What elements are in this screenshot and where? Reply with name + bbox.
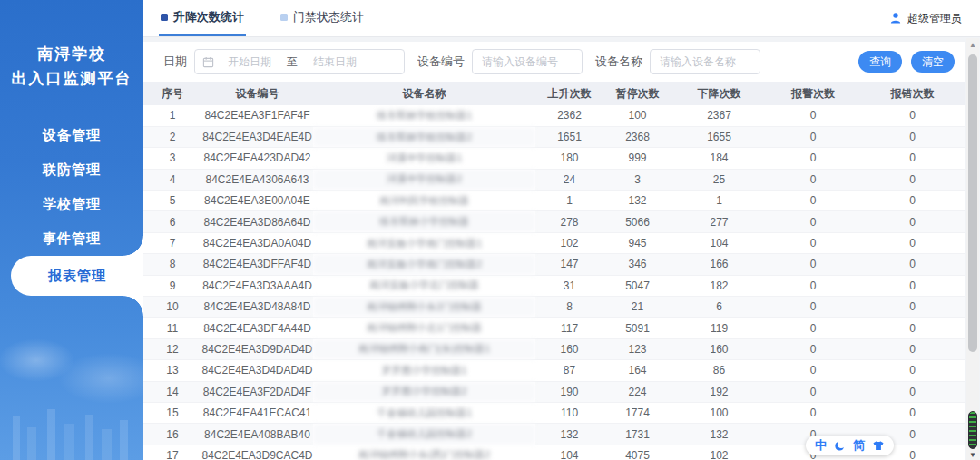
pause-count: 3 bbox=[603, 169, 671, 190]
alarm-count: 0 bbox=[767, 254, 859, 275]
date-range-picker[interactable]: 至 bbox=[194, 49, 405, 74]
row-index: 9 bbox=[143, 275, 201, 296]
end-date-input[interactable] bbox=[299, 55, 370, 68]
vertical-scrollbar[interactable]: ▲ ▼ bbox=[966, 38, 979, 460]
clear-button[interactable]: 清空 bbox=[911, 51, 955, 73]
pause-count: 1731 bbox=[603, 424, 671, 445]
rise-count: 180 bbox=[535, 148, 603, 169]
rise-count: 278 bbox=[535, 211, 603, 232]
error-count: 0 bbox=[859, 148, 965, 169]
device-name: 南浔锦绣附小南门(东)控制器1 bbox=[313, 338, 535, 359]
alarm-count: 0 bbox=[767, 211, 859, 232]
pause-count: 132 bbox=[603, 191, 671, 211]
device-id: 84C2E4EA3D3AAA4D bbox=[201, 275, 313, 296]
device-id: 84C2E4EA3D48A84D bbox=[201, 297, 313, 318]
device-name: 练市双林学校控制器2 bbox=[313, 126, 535, 147]
row-index: 12 bbox=[143, 338, 201, 359]
table-row: 384C2E4EA423DAD42浔溪中学控制器118099918400 bbox=[143, 148, 965, 169]
table-row: 884C2E4EA3DFFAF4D南浔实验小学南门控制器214734616600 bbox=[143, 254, 965, 275]
shirt-icon[interactable] bbox=[872, 439, 885, 452]
alarm-count: 0 bbox=[767, 297, 859, 318]
device-name-input[interactable] bbox=[650, 49, 760, 74]
alarm-count: 0 bbox=[767, 105, 859, 126]
user-icon bbox=[889, 12, 902, 24]
table-row: 1084C2E4EA3D48A84D南浔锦绣附小东2门控制器821600 bbox=[143, 297, 965, 318]
fall-count: 1655 bbox=[671, 126, 767, 147]
row-index: 10 bbox=[143, 297, 201, 318]
pause-count: 100 bbox=[603, 105, 671, 126]
device-id-input[interactable] bbox=[472, 49, 583, 74]
rise-count: 117 bbox=[535, 318, 603, 338]
fall-count: 86 bbox=[671, 360, 767, 381]
start-date-input[interactable] bbox=[214, 55, 285, 68]
device-id: 84C2E4EA3F1FAF4F bbox=[201, 105, 313, 126]
device-id: 84C2E4EA423DAD42 bbox=[201, 148, 313, 169]
table-row: 784C2E4EA3DA0A04D南浔实验小学南门控制器110294510400 bbox=[143, 232, 965, 253]
user-menu[interactable]: 超级管理员 bbox=[889, 0, 962, 36]
row-index: 11 bbox=[143, 318, 201, 338]
sidebar-item-label: 设备管理 bbox=[43, 127, 101, 142]
rise-count: 102 bbox=[535, 232, 603, 253]
error-count: 0 bbox=[859, 169, 965, 190]
rise-count: 1651 bbox=[535, 126, 603, 147]
tab-bullet-icon bbox=[280, 14, 288, 21]
alarm-count: 0 bbox=[767, 360, 859, 381]
scroll-up-arrow[interactable]: ▲ bbox=[966, 40, 979, 51]
sidebar-item-joint-defense[interactable]: 联防管理 bbox=[0, 152, 143, 187]
tab-door-status-stats[interactable]: 门禁状态统计 bbox=[279, 0, 366, 36]
scrollbar-thumb[interactable] bbox=[968, 54, 977, 352]
sidebar-item-report[interactable]: 报表管理 bbox=[11, 256, 143, 296]
row-index: 7 bbox=[143, 232, 201, 253]
alarm-count: 0 bbox=[767, 402, 859, 423]
alarm-count: 0 bbox=[767, 191, 859, 211]
error-count: 0 bbox=[859, 211, 965, 232]
date-separator: 至 bbox=[285, 54, 299, 70]
row-index: 3 bbox=[143, 148, 201, 169]
capture-progress-indicator bbox=[968, 411, 977, 449]
scroll-down-arrow[interactable]: ▼ bbox=[966, 450, 979, 460]
translate-toolbar[interactable]: 中 简 bbox=[806, 436, 894, 455]
date-label: 日期 bbox=[163, 54, 187, 70]
table-row: 484C2E4EA4306A643浔溪中学控制器22432500 bbox=[143, 169, 965, 190]
top-bar: 升降次数统计门禁状态统计 超级管理员 bbox=[143, 0, 980, 37]
sidebar-item-label: 报表管理 bbox=[48, 268, 106, 283]
row-index: 13 bbox=[143, 360, 201, 381]
device-name-label: 设备名称 bbox=[595, 54, 642, 70]
device-id-label: 设备编号 bbox=[417, 54, 465, 70]
simplified-chinese-button[interactable]: 简 bbox=[853, 436, 865, 455]
table-row: 284C2E4EA3D4EAE4D练市双林学校控制器21651236816550… bbox=[143, 126, 965, 147]
fall-count: 25 bbox=[671, 169, 767, 190]
alarm-count: 0 bbox=[767, 338, 859, 359]
device-id: 84C2E4EA3D86A64D bbox=[201, 211, 313, 232]
tab-bar: 升降次数统计门禁状态统计 bbox=[159, 0, 366, 36]
fall-count: 166 bbox=[671, 254, 767, 275]
tab-label: 升降次数统计 bbox=[173, 9, 244, 25]
column-header: 报警次数 bbox=[767, 82, 859, 105]
sidebar-item-label: 学校管理 bbox=[43, 196, 101, 211]
report-panel: 日期 至 设备编号 设备名称 查询 清空 bbox=[143, 42, 965, 460]
sidebar-item-device[interactable]: 设备管理 bbox=[0, 118, 143, 152]
device-id: 84C2E4EA3DA0A04D bbox=[201, 232, 313, 253]
tab-lift-count-stats[interactable]: 升降次数统计 bbox=[159, 0, 246, 36]
rise-count: 24 bbox=[535, 169, 603, 190]
chinese-lang-button[interactable]: 中 bbox=[815, 436, 827, 455]
sidebar-item-event[interactable]: 事件管理 bbox=[0, 221, 143, 256]
table-row: 184C2E4EA3F1FAF4F练市双林学校控制器12362100236700 bbox=[143, 105, 965, 126]
table-row: 1484C2E4EA3F2DAD4F罗开图小学控制器219022419200 bbox=[143, 381, 965, 402]
sidebar-menu: 设备管理联防管理学校管理事件管理报表管理 bbox=[0, 118, 143, 296]
device-name: 千金镇幼儿园控制器2 bbox=[313, 424, 535, 445]
alarm-count: 0 bbox=[767, 148, 859, 169]
row-index: 5 bbox=[143, 191, 201, 211]
alarm-count: 0 bbox=[767, 232, 859, 253]
rise-count: 8 bbox=[535, 297, 603, 318]
search-button[interactable]: 查询 bbox=[858, 51, 902, 73]
column-header: 暂停次数 bbox=[603, 82, 671, 105]
sidebar-item-school[interactable]: 学校管理 bbox=[0, 187, 143, 221]
fall-count: 184 bbox=[671, 148, 767, 169]
rise-count: 2362 bbox=[535, 105, 603, 126]
device-id: 84C2E4EA3D9DAD4D bbox=[201, 338, 313, 359]
dark-mode-moon-icon[interactable] bbox=[834, 440, 846, 452]
rise-count: 160 bbox=[535, 338, 603, 359]
error-count: 0 bbox=[859, 126, 965, 147]
fall-count: 182 bbox=[671, 275, 767, 296]
